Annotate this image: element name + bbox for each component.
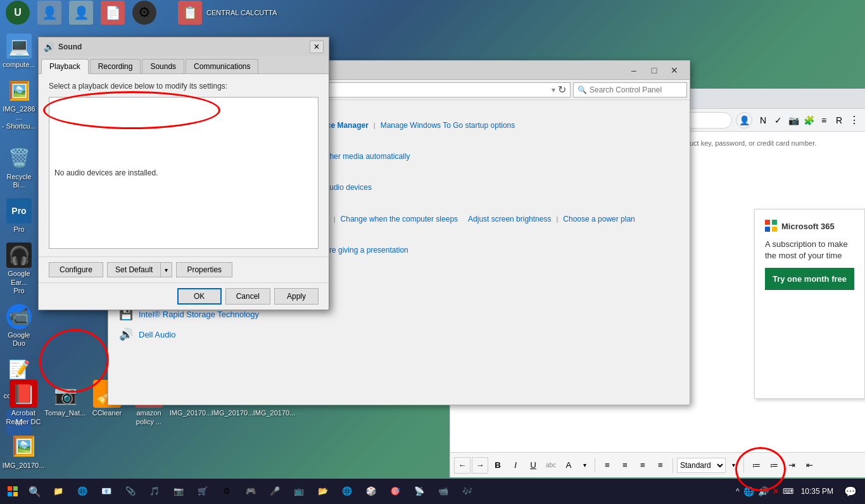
tab-communications[interactable]: Communications bbox=[186, 59, 258, 73]
acrobat-icon[interactable]: 📕 AcrobatReader DC bbox=[3, 377, 44, 428]
configure-btn[interactable]: Configure bbox=[49, 262, 103, 277]
ext-menu-icon[interactable]: ≡ bbox=[817, 113, 831, 127]
img-20170-2-label: IMG_20170... bbox=[212, 409, 254, 417]
align-left-btn[interactable]: ≡ bbox=[599, 457, 616, 474]
taskbar-game[interactable]: 🎮 bbox=[239, 479, 262, 504]
computer-icon[interactable]: 💻 compute... bbox=[0, 32, 38, 71]
cancel-btn[interactable]: Cancel bbox=[225, 288, 270, 305]
taskbar-settings[interactable]: ⚙ bbox=[215, 479, 238, 504]
taskbar-dart[interactable]: 🎯 bbox=[384, 479, 407, 504]
tray-expand-icon[interactable]: ^ bbox=[736, 487, 740, 496]
google-ear-label: Google Ear...Pro bbox=[2, 270, 36, 295]
set-default-btn[interactable]: Set Default bbox=[107, 262, 160, 277]
outdent-btn[interactable]: ⇤ bbox=[801, 457, 818, 474]
strikethrough-btn[interactable]: abc bbox=[543, 457, 559, 474]
taskbar-mic[interactable]: 🎤 bbox=[263, 479, 286, 504]
set-default-arrow-btn[interactable]: ▾ bbox=[160, 262, 172, 277]
cp-refresh-btn[interactable]: ↻ bbox=[558, 84, 566, 96]
recycle-bin-icon[interactable]: 🗑️ Recycle Bi... bbox=[0, 144, 38, 191]
italic-btn[interactable]: I bbox=[507, 457, 524, 474]
ms365-ad-panel: Microsoft 365 A subscription to make the… bbox=[754, 209, 865, 399]
tomay-icon[interactable]: 📷 Tomay_Nat... bbox=[45, 377, 85, 428]
ms365-try-btn[interactable]: Try one month free bbox=[765, 268, 854, 290]
img-shortcut-icon[interactable]: 🖼️ IMG_2286...- Shortcu... bbox=[0, 76, 38, 132]
cp-maximize-btn[interactable]: □ bbox=[644, 63, 664, 77]
taskbar-zoom[interactable]: 📹 bbox=[432, 479, 455, 504]
apply-btn[interactable]: Apply bbox=[274, 288, 319, 305]
system-time[interactable]: 10:35 PM bbox=[796, 487, 838, 496]
undo-btn[interactable]: ← bbox=[454, 457, 470, 474]
taskbar-spotify[interactable]: 🎶 bbox=[456, 479, 479, 504]
cp-close-btn[interactable]: ✕ bbox=[664, 63, 685, 77]
underline-btn[interactable]: U bbox=[525, 457, 541, 474]
google-ear-icon[interactable]: 🎧 Google Ear...Pro bbox=[0, 241, 38, 297]
taskbar-camera[interactable]: 📷 bbox=[167, 479, 190, 504]
ext-camera-icon[interactable]: 📷 bbox=[786, 113, 800, 127]
amazon-label: amazonpolicy ... bbox=[136, 409, 161, 425]
taskbar-search-btn[interactable]: 🔍 bbox=[25, 479, 44, 504]
taskbar-mail[interactable]: 📧 bbox=[95, 479, 118, 504]
sound-dialog-titlebar: 🔊 Sound ✕ bbox=[39, 37, 329, 56]
ext-puzzle-icon[interactable]: 🧩 bbox=[802, 113, 816, 127]
pdf2-icon[interactable]: 📋 bbox=[175, 0, 205, 25]
browser-user-icon[interactable]: 👤 bbox=[736, 112, 752, 129]
taskbar-dice[interactable]: 🎲 bbox=[360, 479, 382, 504]
format-dropdown-btn[interactable]: ▾ bbox=[727, 457, 740, 474]
browser-more-btn[interactable]: ⋮ bbox=[847, 113, 861, 127]
font-color-dropdown-btn[interactable]: ▾ bbox=[578, 457, 591, 474]
tab-playback[interactable]: Playback bbox=[41, 59, 89, 74]
list-unordered-btn[interactable]: ≔ bbox=[766, 457, 782, 474]
cp-sleep-link[interactable]: Change when the computer sleeps bbox=[341, 215, 458, 224]
taskbar-music[interactable]: 🎵 bbox=[143, 479, 166, 504]
taskbar-tv[interactable]: 📺 bbox=[287, 479, 310, 504]
ext-r-icon[interactable]: R bbox=[832, 113, 846, 127]
cp-power-plan-link[interactable]: Choose a power plan bbox=[563, 215, 635, 224]
ccleaner-label: CCleaner bbox=[92, 409, 122, 417]
cp-dell-row[interactable]: 🔊 Dell Audio bbox=[118, 324, 679, 344]
font-color-btn[interactable]: A bbox=[560, 457, 577, 474]
tray-volume-icon[interactable]: 🔊 bbox=[758, 486, 769, 496]
pro-icon[interactable]: Pro Pro bbox=[0, 196, 38, 236]
steam-icon[interactable]: ⚙ bbox=[129, 0, 160, 25]
cp-dell-link[interactable]: Dell Audio bbox=[139, 330, 176, 339]
cp-search-input[interactable] bbox=[590, 85, 683, 94]
person2-icon[interactable]: 👤 bbox=[66, 0, 96, 25]
properties-btn[interactable]: Properties bbox=[176, 262, 232, 277]
iobit-icon[interactable]: U bbox=[3, 0, 33, 25]
pdf2-label: CENTRAL CALCUTTA bbox=[206, 9, 277, 16]
cp-minimize-btn[interactable]: – bbox=[624, 63, 644, 77]
sound-close-btn[interactable]: ✕ bbox=[310, 41, 324, 53]
taskbar-folder[interactable]: 📂 bbox=[312, 479, 334, 504]
taskbar-globe[interactable]: 🌐 bbox=[336, 479, 358, 504]
pdf-icon[interactable]: 📄 bbox=[98, 0, 128, 25]
google-duo-icon[interactable]: 📹 Google Duo bbox=[0, 302, 38, 350]
ok-btn[interactable]: OK bbox=[177, 288, 222, 305]
cp-brightness-link[interactable]: Adjust screen brightness bbox=[468, 215, 551, 224]
align-center-btn[interactable]: ≡ bbox=[617, 457, 633, 474]
tab-recording[interactable]: Recording bbox=[90, 59, 141, 73]
redo-btn[interactable]: → bbox=[472, 457, 488, 474]
ext-check-icon[interactable]: ✓ bbox=[771, 113, 785, 127]
ext-n-icon[interactable]: N bbox=[756, 113, 770, 127]
format-select[interactable]: Standard Heading 1 Heading 2 Normal bbox=[677, 458, 726, 473]
justify-btn[interactable]: ≡ bbox=[652, 457, 669, 474]
notification-btn[interactable]: 💬 bbox=[841, 479, 860, 504]
taskbar-file-explorer[interactable]: 📁 bbox=[47, 479, 70, 504]
sound-title-text: Sound bbox=[58, 42, 306, 51]
bold-btn[interactable]: B bbox=[489, 457, 506, 474]
taskbar-edge[interactable]: 🌐 bbox=[71, 479, 94, 504]
taskbar-satellite[interactable]: 📡 bbox=[408, 479, 431, 504]
indent-btn[interactable]: ⇥ bbox=[783, 457, 800, 474]
tray-network-icon[interactable]: 🌐 bbox=[743, 486, 754, 496]
align-right-btn[interactable]: ≡ bbox=[635, 457, 651, 474]
img-20170-4-icon[interactable]: 🖼️ IMG_20170... bbox=[3, 430, 44, 472]
list-ordered-btn[interactable]: ≔ bbox=[748, 457, 764, 474]
cp-windows-go-link[interactable]: Manage Windows To Go startup options bbox=[381, 121, 515, 130]
taskbar-store[interactable]: 🛒 bbox=[191, 479, 214, 504]
start-button[interactable] bbox=[0, 479, 25, 504]
person1-icon[interactable]: 👤 bbox=[34, 0, 65, 25]
taskbar-office[interactable]: 📎 bbox=[119, 479, 142, 504]
tray-keyboard-icon[interactable]: ⌨ bbox=[783, 487, 793, 496]
cp-intel-link[interactable]: Intel® Rapid Storage Technology bbox=[139, 310, 259, 319]
tab-sounds[interactable]: Sounds bbox=[142, 59, 184, 73]
